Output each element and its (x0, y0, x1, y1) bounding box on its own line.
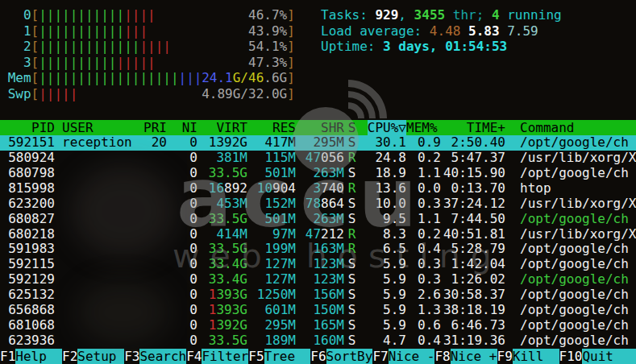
column-header-pid[interactable]: PID (0, 120, 55, 135)
text-segment: 156M (313, 287, 344, 302)
column-header-mem[interactable]: MEM% (406, 120, 441, 135)
text-segment: 97M (272, 227, 296, 242)
text-segment: 47 (306, 151, 321, 165)
text-segment: 33.5G (209, 242, 247, 256)
text-segment: 0 (189, 333, 197, 348)
column-header-s[interactable]: S (344, 120, 360, 135)
fnlabel-search[interactable]: Search (139, 349, 186, 364)
cell-mem: 1.3 (406, 303, 441, 318)
cell-s: S (344, 257, 360, 272)
meter-close-bracket: ] (287, 86, 295, 102)
cell-time: 1:26.02 (441, 272, 505, 287)
text-segment: 24.8 (375, 151, 406, 165)
text-segment: 5.9 (383, 318, 406, 333)
text-segment: 0 (189, 196, 197, 211)
column-header-res[interactable]: RES (247, 120, 296, 135)
text-segment: 33.5G (209, 333, 247, 348)
meter-bar-segment: |||||||||||||||||| (39, 70, 178, 85)
fnkey-quit[interactable]: F10 (559, 349, 583, 364)
process-row[interactable]: 592151reception2001392G417M295MS30.10.92… (0, 135, 636, 151)
fnkey-setup[interactable]: F2 (62, 349, 77, 364)
column-header-user[interactable]: USER (62, 120, 133, 135)
fnkey-help[interactable]: F1 (0, 349, 15, 364)
fnlabel-tree[interactable]: Tree (264, 349, 311, 364)
fnlabel-nice-plus[interactable]: Nice + (451, 349, 497, 364)
column-header-pri[interactable]: PRI (133, 120, 167, 135)
meter-body: |||||||||||||||||||||24.1G/46.6G (39, 70, 287, 86)
fnlabel-setup[interactable]: Setup (77, 349, 124, 364)
cell-spacer (55, 135, 62, 151)
text-segment: 0 (189, 166, 197, 180)
fnkey-filter[interactable]: F4 (186, 349, 202, 364)
fnkey-sortby[interactable]: F6 (310, 349, 326, 364)
text-segment: 31:19.36 (443, 333, 505, 348)
text-segment: 1250M (257, 287, 296, 302)
function-key-bar: F1Help F2Setup F3SearchF4FilterF5Tree F6… (0, 349, 636, 364)
column-header-cmd[interactable]: Command (505, 120, 636, 135)
text-segment: 381M (216, 151, 247, 165)
column-header-ni[interactable]: NI (167, 120, 197, 135)
meter-value-segment: 47.3% (248, 55, 287, 70)
text-segment: S (348, 166, 356, 180)
text-segment: 165M (313, 318, 344, 333)
meter-bar-segment: |||| (139, 39, 171, 54)
cell-s: R (344, 181, 360, 196)
fnkey-search[interactable]: F3 (124, 349, 139, 364)
text-segment: 0.9 (418, 135, 441, 150)
text-segment: 5.9 (383, 272, 406, 287)
text-segment: 625132 (8, 287, 55, 302)
cell-pid: 680798 (0, 166, 55, 181)
text-segment: 263M (313, 166, 344, 180)
text-segment: 680218 (8, 227, 55, 242)
column-header-virt[interactable]: VIRT (197, 120, 247, 135)
text-segment: /opt/google/ch (520, 257, 629, 271)
column-header-shr[interactable]: SHR (296, 120, 344, 135)
meter-value: 43.9% (248, 23, 287, 39)
cell-pri: 20 (133, 135, 167, 151)
text-segment: 0.2 (418, 151, 441, 165)
column-header-time[interactable]: TIME+ (441, 120, 505, 135)
text-segment: 392G (216, 318, 247, 333)
fnlabel-sortby[interactable]: SortBy (326, 349, 373, 364)
fnlabel-help[interactable]: Help (15, 349, 62, 364)
fnkey-nice-minus[interactable]: F7 (372, 349, 388, 364)
cell-mem: 0.4 (406, 242, 441, 257)
text-segment: S (348, 212, 356, 226)
meter-bar-segment: ||||||||||| (39, 23, 124, 39)
text-segment: 815998 (8, 181, 55, 196)
cell-cpu: 10.0 (360, 196, 406, 212)
cell-res: 417M (247, 135, 296, 151)
text-segment: S (348, 303, 356, 317)
text-segment: R (348, 181, 356, 196)
fnlabel-filter[interactable]: Filter (202, 349, 248, 364)
cell-virt: 1393G (197, 287, 247, 303)
cell-mem: 0.6 (406, 318, 441, 333)
fnlabel-quit[interactable]: Quit (582, 349, 636, 364)
fnkey-tree[interactable]: F5 (248, 349, 264, 364)
meter-mem: Mem[|||||||||||||||||||||24.1G/46.6G] (0, 70, 295, 86)
text-segment: 160M (313, 333, 344, 348)
text-segment: 0.3 (418, 272, 441, 287)
cell-virt: 33.5G (197, 166, 247, 181)
fnlabel-nice-minus[interactable]: Nice - (389, 349, 435, 364)
fnkey-kill[interactable]: F9 (497, 349, 513, 364)
text-segment: 0 (189, 212, 197, 226)
text-segment: 1.1 (418, 212, 441, 226)
fnlabel-kill[interactable]: Kill (513, 349, 559, 364)
meter-bar-segment: ||| (179, 70, 202, 85)
cell-cpu: 5.9 (360, 303, 406, 318)
text-segment: 2.6 (418, 287, 441, 302)
text-segment: 414M (216, 227, 247, 242)
meter-value-segment: 54.1% (248, 39, 287, 54)
column-header-cpu[interactable]: CPU%▽ (360, 120, 406, 135)
text-segment: /opt/google/ch (520, 212, 629, 226)
text-segment: Tasks: (321, 7, 375, 23)
cell-virt: 33.4G (197, 257, 247, 272)
fnkey-nice-plus[interactable]: F8 (434, 349, 450, 364)
text-segment: 0.3 (418, 196, 441, 211)
cell-shr: 156M (296, 287, 344, 303)
cell-cmd: /opt/google/ch (505, 212, 636, 227)
text-segment: 1:42.04 (451, 257, 505, 271)
status-panel: Tasks: 929, 3455 thr; 4 running Load ave… (321, 7, 562, 55)
text-segment: S (348, 135, 356, 150)
